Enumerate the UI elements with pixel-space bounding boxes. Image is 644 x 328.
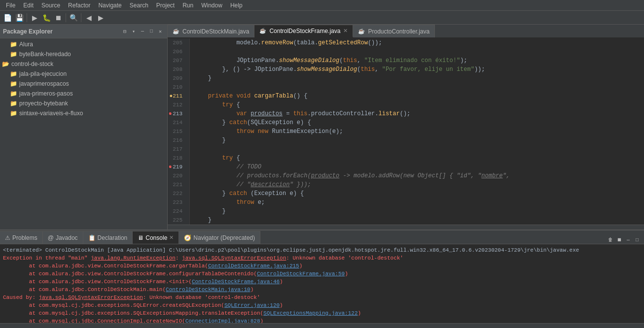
editor-scrollbar[interactable] [168,225,644,230]
code-line-214: } catch(SQLException e) { [194,118,644,127]
debug-button[interactable]: 🐛 [41,12,52,23]
declaration-icon: 📋 [88,234,96,241]
menu-project[interactable]: Project [152,1,179,10]
bottom-scrollbar[interactable] [0,323,644,328]
menu-refactor[interactable]: Refactor [64,1,94,10]
tree-item-jala-pila[interactable]: 📁 jala-pila-ejecucion [0,69,167,79]
console-error-line-7: at com.mysql.cj.jdbc.exceptions.SQLExcep… [3,309,641,317]
java-icon: ☕ [173,28,179,34]
new-button[interactable]: 📄 [2,12,13,23]
tab-declaration[interactable]: 📋 Declaration [83,231,133,244]
line-num-223: 223 [168,198,185,207]
folder-icon: 📁 [10,70,17,77]
link-main[interactable]: ControlDeStockMain.java:10 [166,287,250,293]
folder-icon: 📁 [10,100,17,107]
menu-source[interactable]: Source [37,1,64,10]
console-close-icon[interactable]: ✕ [169,234,174,241]
tree-item-sintaxe[interactable]: 📁 sintaxe-variaveis-e-fluxo [0,108,167,118]
toolbar: 📄 💾 ▶ 🐛 ⏹ 🔍 ◀ ▶ [0,11,644,25]
line-num-212: 212 [168,100,185,109]
tree-item-proyecto-bytebank[interactable]: 📁 proyecto-bytebank [0,98,167,108]
bottom-panel: ⚠ Problems @ Javadoc 📋 Declaration 🖥 Con… [0,230,644,328]
code-line-218: try { [194,154,644,163]
stop-button[interactable]: ⏹ [53,12,64,23]
folder-icon: 📁 [10,41,17,48]
tree-item-control-de-stock[interactable]: 📂 control-de-stock [0,59,167,69]
sidebar-menu-icon[interactable]: ▾ [130,28,138,35]
menu-edit[interactable]: Edit [19,1,37,10]
content-area: Package Explorer ⊟ ▾ — □ ✕ 📁 Alura 📁 byt… [0,25,644,230]
link-exceptions-mapping[interactable]: SQLExceptionsMapping.java:122 [263,310,358,316]
menu-bar: File Edit Source Refactor Navigate Searc… [0,0,644,11]
console-icon: 🖥 [138,234,143,241]
code-editor[interactable]: 205 206 207 208 209 210 ●211 212 ●213 21… [168,38,644,225]
tab-control-main[interactable]: ☕ ControlDeStockMain.java [168,25,254,37]
collapse-all-icon[interactable]: ⊟ [121,28,129,35]
sidebar: Package Explorer ⊟ ▾ — □ ✕ 📁 Alura 📁 byt… [0,25,168,230]
link-cargar-tabla[interactable]: ControlDeStockFrame.java:215 [208,263,299,269]
tab-javadoc[interactable]: @ Javadoc [43,231,83,244]
sidebar-close-icon[interactable]: ✕ [156,28,164,35]
tree-item-alura[interactable]: 📁 Alura [0,39,167,49]
console-clear-icon[interactable]: 🗑 [607,236,614,244]
sidebar-title: Package Explorer [3,28,53,35]
link-configurar-tabla[interactable]: ControlDeStockFrame.java:59 [257,271,345,277]
line-num-219: ●219 [168,163,185,171]
save-button[interactable]: 💾 [14,12,25,23]
line-num-220: 220 [168,171,185,180]
console-minimize-icon[interactable]: — [624,236,632,244]
link-connection-impl[interactable]: ConnectionImpl.java:828 [185,318,260,323]
back-button[interactable]: ◀ [83,12,94,23]
console-error-line-5: Caused by: java.sql.SQLSyntaxErrorExcept… [3,294,641,301]
search-button[interactable]: 🔍 [68,12,79,23]
tab-producto-controller[interactable]: ☕ ProductoController.java [353,25,435,37]
sidebar-content: 📁 Alura 📁 byteBank-heredado 📂 control-de… [0,38,167,230]
bottom-tabs: ⚠ Problems @ Javadoc 📋 Declaration 🖥 Con… [0,230,644,244]
console-terminate-icon[interactable]: ⏹ [615,236,623,244]
toolbar-sep-1 [27,13,27,22]
menu-window[interactable]: Window [197,1,226,10]
code-line-210 [194,83,644,92]
code-lines[interactable]: modelo.removeRow(tabla.getSelectedRow())… [190,38,644,225]
editor-area: ☕ ControlDeStockMain.java ☕ ControlDeSto… [168,25,644,230]
link-sql-error[interactable]: SQLError.java:120 [224,302,280,308]
tab-console[interactable]: 🖥 Console ✕ [133,231,179,244]
tab-control-frame[interactable]: ☕ ControlDeStockFrame.java ✕ [254,25,353,37]
folder-icon: 📁 [10,110,17,117]
forward-button[interactable]: ▶ [95,12,106,23]
line-num-215: 215 [168,127,185,136]
tab-navigator[interactable]: 🧭 Navigator (Deprecated) [179,231,260,244]
tab-problems[interactable]: ⚠ Problems [0,231,43,244]
line-num-207: 207 [168,56,185,65]
tree-item-java-primeros-pasos[interactable]: 📁 java-primeros-pasos [0,89,167,98]
console-maximize-icon[interactable]: □ [633,236,641,244]
run-button[interactable]: ▶ [29,12,40,23]
menu-navigate[interactable]: Navigate [94,1,125,10]
menu-search[interactable]: Search [126,1,152,10]
menu-file[interactable]: File [2,1,19,10]
line-num-221: 221 [168,180,185,189]
code-content: 205 206 207 208 209 210 ●211 212 ●213 21… [168,38,644,225]
console-error-line-2: at com.alura.jdbc.view.ControlDeStockFra… [3,270,641,278]
console-error-line-0: Exception in thread "main" java.lang.Run… [3,254,641,262]
tree-item-bytebank[interactable]: 📁 byteBank-heredado [0,49,167,59]
code-line-223: throw e; [194,198,644,207]
console-error-line-6: at com.mysql.cj.jdbc.exceptions.SQLError… [3,301,641,309]
folder-icon: 📁 [10,80,17,87]
console-content: <terminated> ControlDeStockMain [Java Ap… [0,244,644,323]
line-num-206: 206 [168,47,185,56]
tab-close-icon[interactable]: ✕ [343,28,348,34]
sidebar-minimize-icon[interactable]: — [139,28,146,35]
tree-item-javaprimeros[interactable]: 📁 javaprimerospacos [0,79,167,89]
line-num-209: 209 [168,74,185,83]
code-line-206 [194,47,644,56]
bottom-tab-icons: 🗑 ⏹ — □ [607,236,644,244]
menu-run[interactable]: Run [179,1,197,10]
link-init[interactable]: ControlDeStockFrame.java:46 [192,279,280,285]
code-line-224: } [194,207,644,216]
code-line-225: } [194,216,644,225]
sidebar-maximize-icon[interactable]: □ [147,28,155,35]
menu-help[interactable]: Help [226,1,247,10]
main-layout: Package Explorer ⊟ ▾ — □ ✕ 📁 Alura 📁 byt… [0,25,644,328]
console-terminated-line: <terminated> ControlDeStockMain [Java Ap… [3,246,641,254]
